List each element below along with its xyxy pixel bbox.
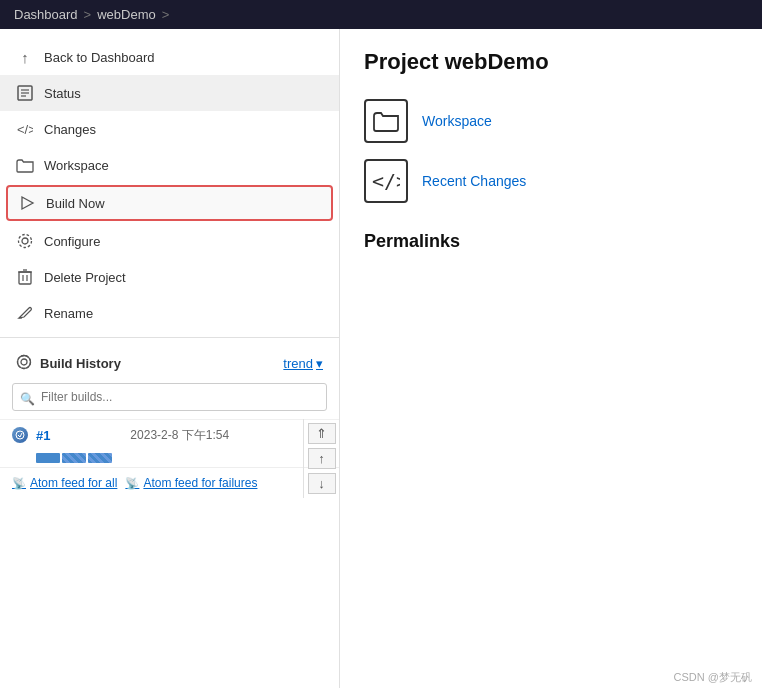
content-links: Workspace </> Recent Changes bbox=[364, 99, 738, 203]
build-history-label: Build History bbox=[40, 356, 121, 371]
sidebar-item-configure[interactable]: Configure bbox=[0, 223, 339, 259]
dashboard-link[interactable]: Dashboard bbox=[14, 7, 78, 22]
back-icon: ↑ bbox=[16, 48, 34, 66]
recent-changes-content-icon: </> bbox=[364, 159, 408, 203]
changes-label: Changes bbox=[44, 122, 96, 137]
workspace-label: Workspace bbox=[44, 158, 109, 173]
progress-bar-1 bbox=[36, 453, 60, 463]
scroll-up-button[interactable]: ↑ bbox=[308, 448, 336, 469]
delete-label: Delete Project bbox=[44, 270, 126, 285]
atom-all-icon: 📡 bbox=[12, 477, 26, 490]
rename-label: Rename bbox=[44, 306, 93, 321]
workspace-content-link[interactable]: Workspace bbox=[422, 113, 492, 129]
atom-feed-failures-link[interactable]: 📡 Atom feed for failures bbox=[125, 476, 257, 490]
search-input[interactable] bbox=[12, 383, 327, 411]
svg-rect-8 bbox=[19, 272, 31, 284]
project-link[interactable]: webDemo bbox=[97, 7, 156, 22]
breadcrumb-sep-2: > bbox=[162, 7, 170, 22]
scroll-top-button[interactable]: ⇑ bbox=[308, 423, 336, 444]
main-layout: ↑ Back to Dashboard Status </> C bbox=[0, 29, 762, 688]
svg-point-15 bbox=[21, 359, 27, 365]
content-area: Project webDemo Workspace </> Recent bbox=[340, 29, 762, 688]
build-item: #1 2023-2-8 下午1:54 ✕ bbox=[0, 419, 339, 450]
status-label: Status bbox=[44, 86, 81, 101]
build-now-label: Build Now bbox=[46, 196, 105, 211]
svg-point-6 bbox=[22, 238, 28, 244]
rename-icon bbox=[16, 304, 34, 322]
search-container: 🔍 bbox=[0, 379, 339, 419]
sidebar-item-build-now[interactable]: Build Now bbox=[6, 185, 333, 221]
sidebar-item-workspace[interactable]: Workspace bbox=[0, 147, 339, 183]
atom-feeds: 📡 Atom feed for all 📡 Atom feed for fail… bbox=[0, 467, 339, 498]
sidebar-item-rename[interactable]: Rename bbox=[0, 295, 339, 331]
atom-feed-all-link[interactable]: 📡 Atom feed for all bbox=[12, 476, 117, 490]
back-label: Back to Dashboard bbox=[44, 50, 155, 65]
status-icon bbox=[16, 84, 34, 102]
build-date: 2023-2-8 下午1:54 bbox=[58, 427, 301, 444]
svg-line-19 bbox=[20, 433, 22, 437]
watermark: CSDN @梦无矾 bbox=[674, 670, 752, 685]
svg-point-17 bbox=[16, 431, 24, 439]
build-link[interactable]: #1 bbox=[36, 428, 50, 443]
build-progress bbox=[0, 450, 339, 467]
build-status-icon bbox=[12, 427, 28, 443]
sidebar-divider bbox=[0, 337, 339, 338]
sidebar: ↑ Back to Dashboard Status </> C bbox=[0, 29, 340, 688]
atom-all-label: Atom feed for all bbox=[30, 476, 117, 490]
trend-link[interactable]: trend ▾ bbox=[283, 356, 323, 371]
configure-label: Configure bbox=[44, 234, 100, 249]
build-history-title: Build History bbox=[16, 354, 121, 373]
recent-changes-content-link[interactable]: Recent Changes bbox=[422, 173, 526, 189]
search-icon: 🔍 bbox=[20, 392, 35, 406]
workspace-icon bbox=[16, 156, 34, 174]
svg-point-7 bbox=[19, 235, 32, 248]
build-now-icon bbox=[18, 194, 36, 212]
svg-marker-5 bbox=[22, 197, 33, 209]
progress-bar-2 bbox=[62, 453, 86, 463]
build-history-icon bbox=[16, 354, 32, 373]
delete-icon bbox=[16, 268, 34, 286]
permalinks-title: Permalinks bbox=[364, 231, 738, 252]
sidebar-item-back[interactable]: ↑ Back to Dashboard bbox=[0, 39, 339, 75]
workspace-link-item: Workspace bbox=[364, 99, 738, 143]
trend-label: trend bbox=[283, 356, 313, 371]
breadcrumb-sep-1: > bbox=[84, 7, 92, 22]
configure-icon bbox=[16, 232, 34, 250]
atom-failures-icon: 📡 bbox=[125, 477, 139, 490]
project-title: Project webDemo bbox=[364, 49, 738, 75]
trend-chevron-icon: ▾ bbox=[316, 356, 323, 371]
workspace-content-icon bbox=[364, 99, 408, 143]
sidebar-item-changes[interactable]: </> Changes bbox=[0, 111, 339, 147]
topbar: Dashboard > webDemo > bbox=[0, 0, 762, 29]
lower-section: #1 2023-2-8 下午1:54 ✕ 📡 Atom feed for all… bbox=[0, 419, 339, 498]
sidebar-item-status[interactable]: Status bbox=[0, 75, 339, 111]
svg-text:</>: </> bbox=[372, 170, 400, 192]
changes-icon: </> bbox=[16, 120, 34, 138]
recent-changes-link-item: </> Recent Changes bbox=[364, 159, 738, 203]
atom-failures-label: Atom feed for failures bbox=[143, 476, 257, 490]
scroll-down-button[interactable]: ↓ bbox=[308, 473, 336, 494]
svg-text:</>: </> bbox=[17, 122, 33, 137]
scroll-controls: ⇑ ↑ ↓ bbox=[303, 419, 339, 498]
sidebar-item-delete[interactable]: Delete Project bbox=[0, 259, 339, 295]
build-history-header: Build History trend ▾ bbox=[0, 344, 339, 379]
progress-bar-3 bbox=[88, 453, 112, 463]
